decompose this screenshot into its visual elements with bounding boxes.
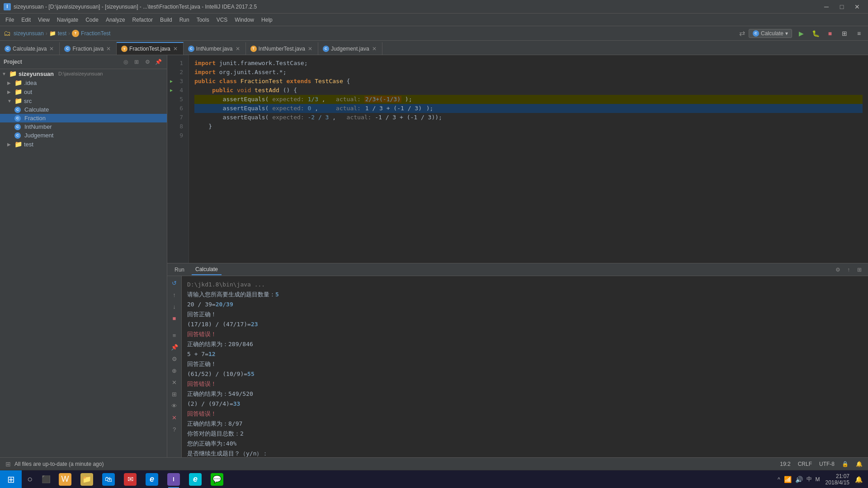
run-gutter-4[interactable]: ▶	[170, 86, 173, 95]
run-question-btn[interactable]: ?	[170, 424, 179, 434]
run-mark-btn[interactable]: ✕	[170, 413, 179, 422]
close-button[interactable]: ✕	[850, 0, 864, 14]
menu-analyze[interactable]: Analyze	[102, 15, 129, 25]
tray-input: M	[816, 476, 820, 483]
maximize-button[interactable]: □	[835, 0, 849, 14]
out-line-8: 5 + 7=12	[187, 349, 863, 359]
profile-button[interactable]: ≡	[854, 28, 864, 39]
tab-intnumbertest[interactable]: T IntNumberTest.java ✕	[246, 42, 318, 55]
run-restart-btn[interactable]: ↺	[170, 278, 179, 288]
tab-fraction-close[interactable]: ✕	[105, 45, 112, 52]
coverage-button[interactable]: ⊞	[839, 28, 850, 39]
tree-fraction[interactable]: C Fraction	[0, 114, 167, 122]
code-content[interactable]: import junit.framework.TestCase; import …	[189, 55, 868, 263]
tree-intnumber[interactable]: C IntNumber	[0, 122, 167, 131]
tree-idea[interactable]: ▶ 📁 .idea	[0, 78, 167, 87]
tab-calculate-close[interactable]: ✕	[48, 45, 55, 52]
run-panel-layout-btn[interactable]: ⊞	[854, 265, 864, 275]
run-settings-btn[interactable]: ⚙	[170, 354, 179, 364]
status-layout-icon[interactable]: ⊞	[5, 460, 11, 468]
run-close2-btn[interactable]: ✕	[170, 377, 179, 387]
line-2: 2	[169, 68, 187, 77]
menu-view[interactable]: View	[34, 15, 53, 25]
taskbar-search[interactable]: ○	[22, 470, 38, 488]
menu-vcs[interactable]: VCS	[213, 15, 231, 25]
run-gutter-3[interactable]: ▶	[170, 77, 173, 86]
tray-arrow[interactable]: ^	[778, 476, 780, 483]
sidebar-expand-btn[interactable]: ⊞	[132, 57, 142, 67]
tab-judgement-icon: C	[323, 46, 329, 52]
run-stop-btn[interactable]: ■	[170, 313, 179, 323]
tab-intnumber-close[interactable]: ✕	[235, 45, 241, 52]
tree-test[interactable]: ▶ 📁 test	[0, 140, 167, 149]
sidebar-gear-btn[interactable]: ⚙	[142, 57, 152, 67]
menu-help[interactable]: Help	[258, 15, 276, 25]
taskbar-explorer[interactable]: 📁	[76, 470, 98, 488]
tab-intnumbertest-close[interactable]: ✕	[307, 45, 313, 52]
menu-window[interactable]: Window	[231, 15, 258, 25]
status-notification-icon[interactable]: 🔔	[856, 461, 863, 467]
run-eye-btn[interactable]: 👁	[170, 401, 179, 411]
stop-button[interactable]: ■	[825, 28, 835, 39]
run-tab-calculate[interactable]: Calculate	[192, 264, 222, 275]
tab-fraction-icon: C	[64, 46, 71, 52]
taskbar-store[interactable]: 🛍	[98, 470, 119, 488]
tab-calculate[interactable]: C Calculate.java ✕	[0, 42, 60, 55]
tab-fractiontest-close[interactable]: ✕	[172, 45, 179, 52]
nav-project-link[interactable]: sizeyunsuan	[14, 30, 44, 37]
clock[interactable]: 21:07 2018/4/15	[826, 473, 849, 486]
debug-button[interactable]: 🐛	[810, 28, 821, 39]
menu-run[interactable]: Run	[176, 15, 193, 25]
tab-fractiontest[interactable]: T FractionTest.java ✕	[117, 42, 184, 55]
run-pin-btn[interactable]: 📌	[170, 342, 179, 352]
taskbar-intellij[interactable]: I	[163, 470, 184, 488]
run-button[interactable]: ▶	[796, 28, 807, 39]
sidebar-pin-btn[interactable]: 📌	[153, 57, 163, 67]
tree-root[interactable]: ▼ 📁 sizeyunsuan D:\java\sizeyunsuan	[0, 69, 167, 78]
taskbar-taskview[interactable]: ⬛	[38, 470, 54, 488]
taskbar-mail[interactable]: ✉	[119, 470, 141, 488]
menu-file[interactable]: File	[2, 15, 18, 25]
run-tab-run[interactable]: Run	[171, 265, 188, 275]
tree-calculate[interactable]: C Calculate	[0, 105, 167, 114]
status-left: ⊞ All files are up-to-date (a minute ago…	[5, 460, 104, 468]
menu-build[interactable]: Build	[156, 15, 176, 25]
minimize-button[interactable]: ─	[819, 0, 834, 14]
tray-lang: 中	[807, 475, 812, 483]
run-help-btn[interactable]: ⊕	[170, 366, 179, 375]
taskbar-ie[interactable]: e	[184, 470, 206, 488]
tree-judgement[interactable]: C Judgement	[0, 131, 167, 140]
taskview-icon: ⬛	[42, 475, 51, 483]
nav-test-link[interactable]: test	[58, 30, 66, 37]
tree-src[interactable]: ▼ 📁 src	[0, 96, 167, 105]
tab-intnumber[interactable]: C IntNumber.java ✕	[184, 42, 246, 55]
explorer-icon: 📁	[80, 473, 93, 486]
menu-tools[interactable]: Tools	[193, 15, 213, 25]
taskbar-edge[interactable]: e	[141, 470, 163, 488]
run-filter-btn[interactable]: ≡	[170, 330, 179, 340]
taskbar-word[interactable]: W	[54, 470, 76, 488]
dropdown-icon: ▾	[785, 30, 788, 37]
sidebar-locate-btn[interactable]: ◎	[121, 57, 131, 67]
tab-judgement[interactable]: C Judgement.java ✕	[318, 42, 382, 55]
run-panel-gear-btn[interactable]: ⚙	[833, 265, 843, 275]
run-scroll-up-btn[interactable]: ↑	[170, 290, 179, 300]
menu-navigate[interactable]: Navigate	[53, 15, 82, 25]
run-layout-btn[interactable]: ⊞	[170, 389, 179, 399]
menu-edit[interactable]: Edit	[18, 15, 34, 25]
run-scroll-down-btn[interactable]: ↓	[170, 301, 179, 311]
tab-fraction[interactable]: C Fraction.java ✕	[60, 42, 117, 55]
menu-code[interactable]: Code	[82, 15, 102, 25]
notification-icon[interactable]: 🔔	[855, 476, 863, 483]
nav-file-link[interactable]: FractionTest	[81, 30, 110, 37]
start-button[interactable]: ⊞	[0, 470, 22, 488]
taskbar-wechat[interactable]: 💬	[206, 470, 228, 488]
run-config-selector[interactable]: C Calculate ▾	[749, 29, 792, 38]
tree-out[interactable]: ▶ 📁 out	[0, 87, 167, 96]
menu-refactor[interactable]: Refactor	[129, 15, 156, 25]
run-panel-up-btn[interactable]: ↑	[844, 265, 854, 275]
line-4: ▶ 4	[169, 86, 187, 95]
tab-calculate-icon: C	[5, 46, 11, 52]
nav-left-icon[interactable]: ⇄	[739, 29, 745, 38]
tab-judgement-close[interactable]: ✕	[371, 45, 377, 52]
